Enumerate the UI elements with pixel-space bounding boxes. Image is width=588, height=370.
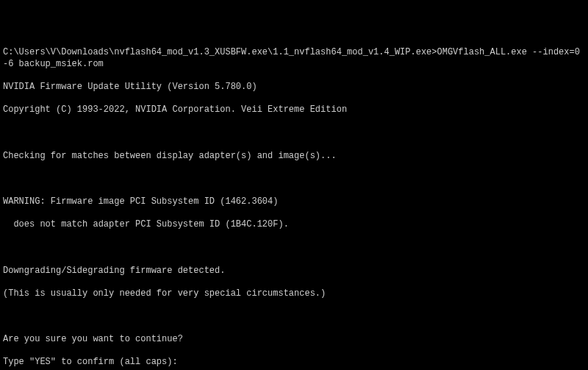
blank-line bbox=[3, 174, 585, 185]
copyright-line: Copyright (C) 1993-2022, NVIDIA Corporat… bbox=[3, 104, 585, 116]
utility-header: NVIDIA Firmware Update Utility (Version … bbox=[3, 82, 585, 93]
downgrade-detected: Downgrading/Sidegrading firmware detecte… bbox=[3, 266, 585, 277]
downgrade-note: (This is usually only needed for very sp… bbox=[3, 288, 585, 300]
confirm-prompt-1: Are you sure you want to continue? bbox=[3, 334, 585, 346]
command-prompt-line: C:\Users\V\Downloads\nvflash64_mod_v1.3_… bbox=[3, 47, 585, 70]
warning-line-2: does not match adapter PCI Subsystem ID … bbox=[3, 219, 585, 231]
blank-line bbox=[3, 242, 585, 254]
blank-line bbox=[3, 311, 585, 323]
warning-line-1: WARNING: Firmware image PCI Subsystem ID… bbox=[3, 196, 585, 208]
confirm-prompt-2: Type "YES" to confirm (all caps): bbox=[3, 357, 585, 369]
checking-status: Checking for matches between display ada… bbox=[3, 151, 585, 163]
blank-line bbox=[3, 128, 585, 140]
